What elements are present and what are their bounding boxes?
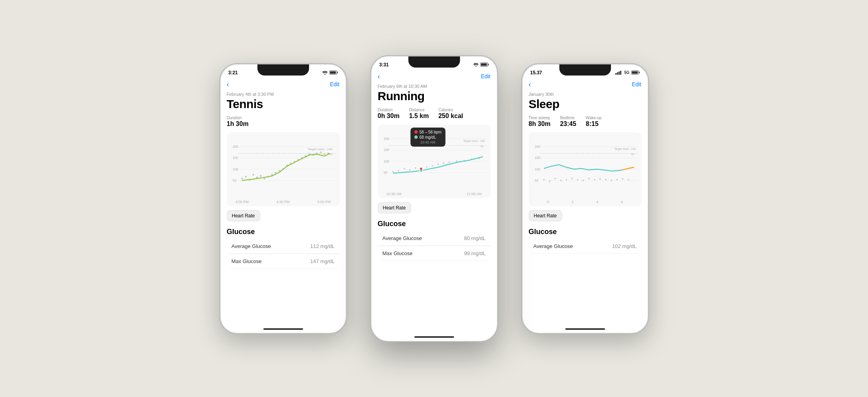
svg-rect-75 [632,72,638,74]
svg-point-93 [611,180,612,181]
x-label-0: 4:00 PM [236,200,249,204]
svg-point-91 [599,178,601,180]
svg-point-88 [582,180,584,181]
stat-value: 8:15 [586,120,602,128]
x-label-1: 4:30 PM [276,200,290,204]
avg-glucose-value: 102 mg/dL [612,243,636,249]
svg-point-48 [398,170,399,171]
svg-text:150: 150 [232,156,238,160]
svg-point-53 [426,166,427,167]
status-time: 15.37 [530,70,542,76]
stats-row: Time asleep 8h 30m Bedtime 23:45 Wake-up… [529,116,642,128]
avg-glucose-label: Average Glucose [232,243,271,249]
tooltip-row-2: 68 mg/dL [414,135,442,139]
stat-value: 250 kcal [438,112,463,120]
x-label-2: 5:00 PM [317,200,331,204]
glucose-rows: Average Glucose 80 mg/dL Max Glucose 99 … [378,231,491,261]
stat-label: Distance [409,108,429,112]
svg-text:70: 70 [329,152,332,156]
svg-point-31 [323,153,325,155]
phone-tennis: 3:21 ‹ Edit February 4th at 3:30 PM Tenn… [220,64,347,334]
svg-point-50 [409,169,410,170]
battery-icon [631,70,640,75]
svg-point-58 [456,160,457,162]
svg-text:100: 100 [232,167,238,171]
content-tennis: February 4th at 3:30 PM Tennis Duration … [220,92,346,329]
svg-point-81 [543,179,545,180]
stat-value: 0h 30m [378,112,400,120]
workout-title: Sleep [529,97,642,111]
edit-button[interactable]: Edit [632,81,641,87]
stat-value-duration: 1h 30m [227,120,249,128]
avg-glucose-value: 112 mg/dL [310,243,334,249]
workout-title: Tennis [227,97,340,111]
edit-button[interactable]: Edit [481,73,490,79]
status-icons [322,70,338,75]
svg-point-94 [616,179,618,180]
content-running: February 6th at 10:30 AM Running Duratio… [371,84,497,337]
back-button[interactable]: ‹ [378,72,380,81]
svg-text:50: 50 [232,178,236,182]
svg-point-54 [431,165,433,167]
max-glucose-value: 147 mg/dL [310,258,334,264]
nav-bar: ‹ Edit [220,79,346,92]
max-glucose-label: Max Glucose [232,258,262,264]
svg-rect-72 [620,71,621,75]
tooltip-text-2: 68 mg/dL [420,135,436,139]
stat-time-asleep: Time asleep 8h 30m [529,116,551,128]
x-label-3: 6 [621,200,623,204]
svg-point-12 [252,174,254,176]
notch [559,64,611,76]
svg-rect-69 [615,73,617,75]
stats-row: Duration 0h 30m Distance 1.5 km Calories… [378,108,491,120]
svg-point-84 [560,180,561,181]
phones-container: 3:21 ‹ Edit February 4th at 3:30 PM Tenn… [220,56,649,342]
section-title-glucose: Glucose [529,226,642,236]
avg-glucose-value: 80 mg/dL [464,235,485,241]
chart-x-labels: 10:30 AM 11:00 AM [382,192,487,196]
workout-date: February 4th at 3:30 PM [227,92,340,97]
stat-label: Bedtime [560,116,576,120]
target-zone-label: Target zone - 140 [614,147,636,150]
svg-rect-3 [330,72,336,74]
nav-bar: ‹ Edit [522,79,648,92]
tooltip-row-1: 58 – 58 bpm [414,130,442,134]
back-button[interactable]: ‹ [227,80,229,89]
section-title-glucose: Glucose [378,218,491,228]
svg-point-55 [437,163,439,165]
stat-wakeup: Wake-up 8:15 [586,116,602,128]
notch [257,64,309,76]
svg-rect-74 [639,72,640,74]
svg-rect-2 [337,72,338,74]
avg-glucose-row: Average Glucose 112 mg/dL [227,239,340,254]
workout-date: January 30th [529,92,642,97]
stat-bedtime: Bedtime 23:45 [560,116,576,128]
svg-point-85 [565,179,567,180]
avg-glucose-label: Average Glucose [534,243,573,249]
svg-point-83 [554,178,556,179]
heart-rate-button[interactable]: Heart Rate [378,202,411,213]
heart-rate-button[interactable]: Heart Rate [227,210,260,221]
svg-text:200: 200 [232,144,238,148]
tooltip-dot-red [414,130,418,134]
wifi-icon [322,71,328,75]
status-icons [473,62,489,67]
phone-sleep: 15.37 5G ‹ Edit January 30th Sleep Ti [522,64,649,334]
svg-point-0 [324,74,325,74]
stat-label: Time asleep [529,116,551,120]
edit-button[interactable]: Edit [330,81,339,87]
svg-point-47 [392,171,394,172]
workout-date: February 6th at 10:30 AM [378,84,491,89]
chart-area: Target zone - 140 [231,136,336,199]
heart-rate-button[interactable]: Heart Rate [529,210,562,221]
svg-text:70: 70 [631,152,634,156]
back-button[interactable]: ‹ [529,80,531,89]
avg-glucose-row: Average Glucose 102 mg/dL [529,239,642,253]
svg-text:50: 50 [383,170,387,174]
svg-point-90 [593,179,595,180]
stat-duration: Duration 0h 30m [378,108,400,120]
content-sleep: January 30th Sleep Time asleep 8h 30m Be… [522,92,648,329]
battery-icon [480,62,489,67]
target-zone-label: Target zone - 140 [463,139,485,142]
home-indicator [263,328,303,330]
